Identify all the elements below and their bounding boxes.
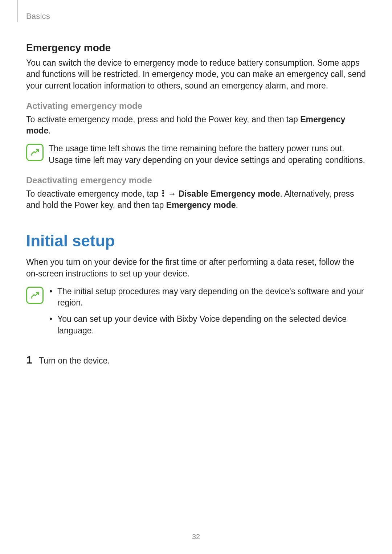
initial-setup-intro: When you turn on your device for the fir… bbox=[26, 257, 366, 279]
header-rule bbox=[17, 0, 18, 22]
page: Basics Emergency mode You can switch the… bbox=[0, 0, 392, 554]
deactivating-bold1: Disable Emergency mode bbox=[179, 189, 280, 198]
deactivating-arrow: → bbox=[168, 189, 176, 198]
activating-text: To activate emergency mode, press and ho… bbox=[26, 114, 366, 137]
emergency-intro: You can switch the device to emergency m… bbox=[26, 57, 366, 91]
breadcrumb: Basics bbox=[26, 12, 50, 21]
activating-note-row: The usage time left shows the time remai… bbox=[26, 143, 366, 166]
activating-post: . bbox=[48, 126, 50, 135]
initial-setup-note-list: The initial setup procedures may vary de… bbox=[49, 286, 366, 336]
note-icon bbox=[26, 144, 44, 161]
initial-setup-note: The initial setup procedures may vary de… bbox=[26, 286, 366, 341]
deactivating-text: To deactivate emergency mode, tap → Disa… bbox=[26, 188, 366, 211]
activating-heading: Activating emergency mode bbox=[26, 101, 366, 111]
deactivating-p1: To deactivate emergency mode, tap bbox=[26, 189, 161, 198]
step-text: Turn on the device. bbox=[39, 356, 110, 366]
initial-setup-heading: Initial setup bbox=[26, 232, 366, 250]
list-item: You can set up your device with Bixby Vo… bbox=[49, 313, 366, 336]
content-area: Emergency mode You can switch the device… bbox=[26, 36, 366, 366]
step-1: 1 Turn on the device. bbox=[26, 354, 366, 366]
page-number: 32 bbox=[0, 533, 392, 541]
initial-setup-note-content: The initial setup procedures may vary de… bbox=[49, 286, 366, 341]
deactivating-bold2: Emergency mode bbox=[166, 200, 236, 210]
list-item: The initial setup procedures may vary de… bbox=[49, 286, 366, 309]
more-options-icon bbox=[162, 189, 164, 197]
activating-note-text: The usage time left shows the time remai… bbox=[49, 143, 366, 166]
deactivating-p3: . bbox=[236, 200, 238, 210]
note-icon bbox=[26, 287, 44, 304]
deactivating-heading: Deactivating emergency mode bbox=[26, 175, 366, 185]
step-number: 1 bbox=[26, 354, 32, 366]
emergency-mode-heading: Emergency mode bbox=[26, 42, 366, 54]
activating-pre: To activate emergency mode, press and ho… bbox=[26, 115, 300, 124]
